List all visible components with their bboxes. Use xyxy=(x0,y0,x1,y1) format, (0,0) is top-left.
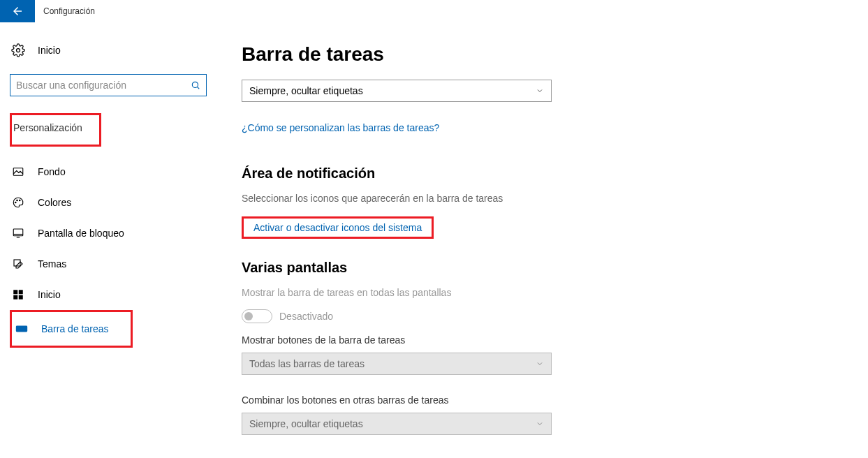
sidebar-item-label: Temas xyxy=(38,258,66,269)
sidebar-item-label: Pantalla de bloqueo xyxy=(38,228,124,239)
search-input[interactable] xyxy=(16,80,191,91)
app-title: Configuración xyxy=(43,6,95,16)
select-value: Siempre, ocultar etiquetas xyxy=(249,418,363,429)
multi-desc: Mostrar la barra de tareas en todas las … xyxy=(242,287,868,298)
sidebar-item-colores[interactable]: Colores xyxy=(10,187,207,218)
back-button[interactable] xyxy=(0,0,35,22)
highlight-section: Personalización xyxy=(10,113,101,147)
buttons-location-label: Mostrar botones de la barra de tareas xyxy=(242,334,868,346)
svg-point-4 xyxy=(15,202,17,203)
start-icon xyxy=(11,288,25,302)
sidebar-item-inicio[interactable]: Inicio xyxy=(10,279,207,310)
section-multiple-displays: Varias pantallas xyxy=(242,260,868,276)
sidebar-item-label: Barra de tareas xyxy=(41,323,109,334)
select-value: Todas las barras de tareas xyxy=(249,358,365,369)
svg-rect-15 xyxy=(17,326,27,332)
svg-rect-13 xyxy=(13,295,17,300)
sidebar-item-label: Fondo xyxy=(38,166,66,177)
link-customize-taskbar[interactable]: ¿Cómo se personalizan las barras de tare… xyxy=(242,122,439,133)
section-notification-area: Área de notificación xyxy=(242,165,868,182)
search-icon xyxy=(191,80,200,90)
svg-rect-12 xyxy=(19,290,23,294)
lockscreen-icon xyxy=(11,226,25,240)
toggle-state-label: Desactivado xyxy=(279,311,333,322)
combine-top-select[interactable]: Siempre, ocultar etiquetas xyxy=(242,80,552,102)
gear-icon xyxy=(11,43,25,57)
toggle-switch xyxy=(242,309,272,323)
highlight-link: Activar o desactivar iconos del sistema xyxy=(242,216,434,239)
svg-rect-14 xyxy=(19,295,23,300)
sidebar-item-label: Inicio xyxy=(38,289,61,300)
search-input-container[interactable] xyxy=(10,74,207,96)
toggle-show-on-all: Desactivado xyxy=(242,309,868,323)
select-value: Siempre, ocultar etiquetas xyxy=(249,85,363,96)
sidebar-item-pantalla-bloqueo[interactable]: Pantalla de bloqueo xyxy=(10,218,207,249)
taskbar-icon xyxy=(15,322,29,336)
link-system-icons[interactable]: Activar o desactivar iconos del sistema xyxy=(253,222,422,233)
svg-point-1 xyxy=(192,82,198,87)
home-button[interactable]: Inicio xyxy=(10,39,207,61)
svg-point-0 xyxy=(17,49,20,52)
sidebar-item-fondo[interactable]: Fondo xyxy=(10,156,207,187)
image-icon xyxy=(11,165,25,179)
main-content: Barra de tareas Siempre, ocultar etiquet… xyxy=(216,22,868,455)
svg-rect-11 xyxy=(13,290,17,294)
home-label: Inicio xyxy=(38,45,61,56)
combine-other-label: Combinar los botones en otras barras de … xyxy=(242,394,868,406)
palette-icon xyxy=(11,195,25,209)
sidebar: Inicio Personalización Fondo Colores xyxy=(0,22,216,455)
notification-desc: Seleccionar los iconos que aparecerán en… xyxy=(242,193,868,204)
svg-rect-7 xyxy=(13,229,23,236)
chevron-down-icon xyxy=(536,420,544,428)
sidebar-item-temas[interactable]: Temas xyxy=(10,249,207,279)
svg-point-5 xyxy=(17,200,18,201)
chevron-down-icon xyxy=(536,87,544,95)
buttons-location-select: Todas las barras de tareas xyxy=(242,353,552,375)
arrow-left-icon xyxy=(11,5,24,17)
chevron-down-icon xyxy=(536,360,544,368)
sidebar-item-label: Colores xyxy=(38,197,71,208)
themes-icon xyxy=(11,257,25,271)
page-title: Barra de tareas xyxy=(242,43,868,66)
sidebar-item-barra-tareas[interactable]: Barra de tareas xyxy=(13,313,122,344)
highlight-sidebar-item: Barra de tareas xyxy=(10,310,133,348)
svg-point-6 xyxy=(20,200,21,201)
sidebar-section-label: Personalización xyxy=(12,115,84,140)
combine-other-select: Siempre, ocultar etiquetas xyxy=(242,413,552,435)
svg-line-2 xyxy=(197,87,199,89)
title-bar: Configuración xyxy=(0,0,868,22)
